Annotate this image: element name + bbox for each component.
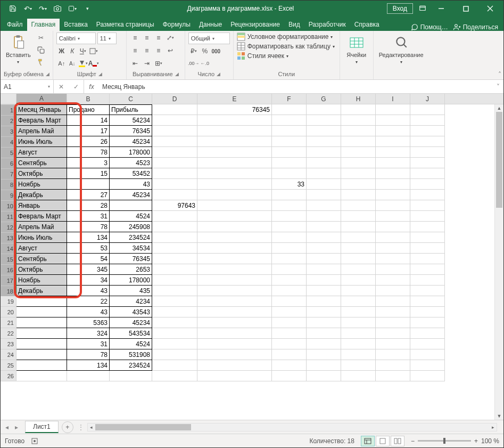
cell[interactable] [341,147,376,158]
cell[interactable] [152,179,197,190]
cell[interactable]: Июнь Июль [16,232,67,243]
row-header[interactable]: 5 [1,147,16,159]
cell[interactable] [410,328,445,339]
cell[interactable] [341,286,376,296]
cell[interactable] [410,200,445,211]
cell[interactable] [341,371,376,381]
cell[interactable] [410,115,445,126]
cell[interactable] [152,232,197,243]
cell[interactable] [272,254,307,264]
cell[interactable] [272,317,307,328]
cell[interactable]: 4523 [110,158,152,168]
cell[interactable] [376,286,410,296]
cell[interactable] [307,126,341,136]
cell-styles-button[interactable]: Стили ячеек▾ [237,52,288,60]
cell[interactable] [272,200,307,211]
cell[interactable] [341,222,376,232]
cell[interactable] [197,179,272,190]
cell[interactable] [376,147,410,158]
cell[interactable] [152,296,197,307]
enter-icon[interactable]: ✓ [69,83,84,91]
cell[interactable]: 14 [67,115,110,126]
comma-format-icon[interactable]: 000 [211,46,221,56]
cell[interactable]: Февраль Март [16,211,67,222]
cell[interactable] [307,317,341,328]
cell[interactable] [197,317,272,328]
cell[interactable] [341,275,376,286]
cell[interactable] [376,200,410,211]
cell[interactable]: 43 [67,286,110,296]
cell[interactable] [272,307,307,317]
row-header[interactable]: 23 [1,339,16,349]
zoom-in-button[interactable]: + [474,437,478,445]
cell[interactable]: 345 [67,264,110,275]
cell[interactable] [376,168,410,179]
cell[interactable] [197,147,272,158]
tab-file[interactable]: Файл [3,19,27,31]
cell[interactable] [410,254,445,264]
cell[interactable] [341,264,376,275]
cell[interactable]: 31 [67,339,110,349]
cell[interactable] [197,339,272,349]
row-header[interactable]: 21 [1,317,16,328]
cell[interactable] [410,136,445,147]
vertical-scrollbar[interactable]: ▲ ▼ [494,104,503,420]
accounting-format-icon[interactable]: ₽▾ [188,46,199,56]
col-header-G[interactable]: G [307,94,341,104]
cell[interactable] [16,371,67,381]
cell[interactable] [272,275,307,286]
cell[interactable] [341,254,376,264]
tab-home[interactable]: Главная [27,19,60,31]
fx-icon[interactable]: fx [84,80,99,93]
normal-view-icon[interactable] [361,436,375,446]
cell[interactable] [376,243,410,254]
cell[interactable] [307,349,341,360]
cell[interactable] [307,104,341,115]
cell[interactable] [197,126,272,136]
cell[interactable]: 76345 [197,104,272,115]
cell[interactable] [152,339,197,349]
share-button[interactable]: Поделиться [453,23,498,31]
row-header[interactable]: 24 [1,349,16,360]
cell[interactable]: 53452 [110,168,152,179]
cell[interactable] [152,349,197,360]
maximize-button[interactable] [453,1,478,17]
cell[interactable] [152,307,197,317]
cell[interactable]: 76345 [110,126,152,136]
cell[interactable]: 31 [67,211,110,222]
cell[interactable] [376,275,410,286]
formula-input[interactable]: Месяц Январь [99,80,493,93]
cell[interactable]: 43 [110,179,152,190]
cell[interactable] [376,339,410,349]
cell[interactable]: 54 [67,254,110,264]
tab-view[interactable]: Вид [284,19,304,31]
col-header-A[interactable]: A [16,94,67,104]
cell[interactable] [410,286,445,296]
cell[interactable]: 234524 [110,360,152,371]
ribbon-display-icon[interactable] [416,2,429,15]
cell[interactable]: 53 [67,243,110,254]
font-size-select[interactable]: 11▾ [97,32,117,44]
add-sheet-button[interactable]: + [62,421,73,433]
row-header[interactable]: 1 [1,104,16,116]
cell[interactable] [410,339,445,349]
cell[interactable] [376,190,410,200]
cell[interactable]: Октябрь [16,168,67,179]
select-all-corner[interactable] [1,94,16,104]
cell[interactable] [376,296,410,307]
cell[interactable] [307,371,341,381]
cell[interactable]: Ноябрь [16,275,67,286]
cell[interactable] [197,136,272,147]
cancel-icon[interactable]: ✕ [54,83,69,91]
decrease-decimal-icon[interactable]: ←.0 [200,58,210,69]
cell[interactable] [110,371,152,381]
cell[interactable] [376,104,410,115]
cell[interactable]: 435 [110,286,152,296]
cell[interactable] [152,243,197,254]
cell[interactable]: 43543 [110,307,152,317]
cell[interactable] [272,286,307,296]
cell[interactable] [197,307,272,317]
cell[interactable] [410,190,445,200]
cell[interactable]: Октябрь [16,264,67,275]
cell[interactable] [376,211,410,222]
